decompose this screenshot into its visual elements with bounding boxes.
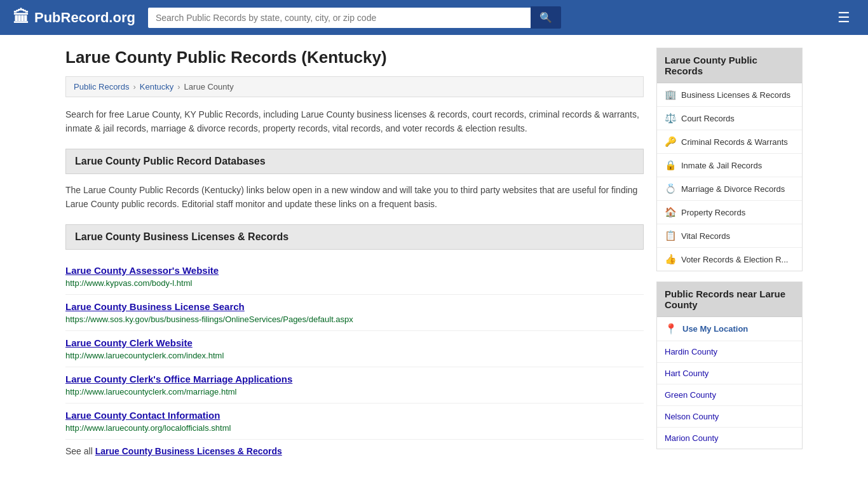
use-location-item[interactable]: 📍 Use My Location bbox=[657, 317, 802, 341]
property-icon: 🏠 bbox=[665, 207, 676, 218]
databases-description: The Larue County Public Records (Kentuck… bbox=[65, 183, 644, 212]
nearby-section-title: Public Records near Larue County bbox=[657, 282, 802, 317]
logo[interactable]: 🏛 PubRecord.org bbox=[13, 8, 135, 27]
sidebar-item-marriage-label: Marriage & Divorce Records bbox=[681, 184, 785, 194]
see-all-line: See all Larue County Business Licenses &… bbox=[65, 440, 644, 463]
logo-text: PubRecord.org bbox=[34, 10, 135, 26]
search-input[interactable] bbox=[148, 8, 531, 28]
business-icon: 🏢 bbox=[665, 89, 676, 100]
court-icon: ⚖️ bbox=[665, 112, 676, 124]
sidebar-item-property[interactable]: 🏠 Property Records bbox=[657, 201, 802, 224]
nearby-hardin[interactable]: Hardin County bbox=[657, 341, 802, 363]
link-title-4[interactable]: Larue County Clerk's Office Marriage App… bbox=[65, 374, 644, 384]
search-button[interactable]: 🔍 bbox=[531, 6, 561, 29]
link-title-5[interactable]: Larue County Contact Information bbox=[65, 410, 644, 421]
sidebar-item-business[interactable]: 🏢 Business Licenses & Records bbox=[657, 83, 802, 107]
use-location-label: Use My Location bbox=[682, 324, 748, 334]
sidebar-item-vital[interactable]: 📋 Vital Records bbox=[657, 224, 802, 248]
header: 🏛 PubRecord.org 🔍 ☰ bbox=[0, 0, 868, 35]
breadcrumb: Public Records › Kentucky › Larue County bbox=[65, 76, 644, 97]
link-url-5[interactable]: http://www.laruecounty.org/localofficial… bbox=[65, 423, 231, 433]
link-entry-1: Larue County Assessor's Website http://w… bbox=[65, 259, 644, 295]
vital-icon: 📋 bbox=[665, 230, 676, 241]
menu-icon: ☰ bbox=[837, 10, 850, 25]
sidebar-item-vital-label: Vital Records bbox=[681, 231, 730, 241]
databases-section-header: Larue County Public Record Databases bbox=[65, 149, 644, 174]
sidebar-item-criminal[interactable]: 🔑 Criminal Records & Warrants bbox=[657, 130, 802, 154]
nearby-section: Public Records near Larue County 📍 Use M… bbox=[656, 281, 803, 449]
sidebar-item-court[interactable]: ⚖️ Court Records bbox=[657, 107, 802, 130]
sidebar-item-inmate[interactable]: 🔒 Inmate & Jail Records bbox=[657, 154, 802, 177]
sidebar-item-property-label: Property Records bbox=[681, 208, 745, 217]
link-url-2[interactable]: https://www.sos.ky.gov/bus/business-fili… bbox=[65, 315, 353, 324]
nearby-nelson[interactable]: Nelson County bbox=[657, 406, 802, 428]
link-entry-5: Larue County Contact Information http://… bbox=[65, 403, 644, 440]
business-section-header: Larue County Business Licenses & Records bbox=[65, 224, 644, 250]
link-title-3[interactable]: Larue County Clerk Website bbox=[65, 337, 644, 348]
breadcrumb-public-records[interactable]: Public Records bbox=[74, 82, 129, 92]
hardin-link[interactable]: Hardin County bbox=[665, 347, 717, 356]
marion-link[interactable]: Marion County bbox=[665, 433, 719, 443]
main-column: Larue County Public Records (Kentucky) P… bbox=[65, 48, 644, 463]
link-title-1[interactable]: Larue County Assessor's Website bbox=[65, 265, 644, 276]
green-link[interactable]: Green County bbox=[665, 390, 716, 400]
nearby-hart[interactable]: Hart County bbox=[657, 363, 802, 384]
sidebar-nav: Larue County Public Records 🏢 Business L… bbox=[656, 48, 803, 271]
breadcrumb-kentucky[interactable]: Kentucky bbox=[140, 82, 173, 92]
inmate-icon: 🔒 bbox=[665, 159, 676, 171]
link-title-2[interactable]: Larue County Business License Search bbox=[65, 301, 644, 312]
sidebar-item-voter[interactable]: 👍 Voter Records & Election R... bbox=[657, 248, 802, 271]
breadcrumb-sep-2: › bbox=[177, 82, 180, 92]
menu-button[interactable]: ☰ bbox=[832, 7, 855, 29]
sidebar-item-inmate-label: Inmate & Jail Records bbox=[681, 161, 762, 170]
link-url-3[interactable]: http://www.laruecountyclerk.com/index.ht… bbox=[65, 351, 224, 360]
nelson-link[interactable]: Nelson County bbox=[665, 412, 719, 421]
sidebar-item-criminal-label: Criminal Records & Warrants bbox=[681, 137, 788, 147]
sidebar-item-business-label: Business Licenses & Records bbox=[681, 90, 790, 100]
hart-link[interactable]: Hart County bbox=[665, 369, 709, 378]
link-entry-2: Larue County Business License Search htt… bbox=[65, 295, 644, 331]
sidebar-item-marriage[interactable]: 💍 Marriage & Divorce Records bbox=[657, 177, 802, 201]
page-description: Search for free Larue County, KY Public … bbox=[65, 107, 644, 136]
link-entry-4: Larue County Clerk's Office Marriage App… bbox=[65, 367, 644, 403]
sidebar: Larue County Public Records 🏢 Business L… bbox=[656, 48, 803, 463]
voter-icon: 👍 bbox=[665, 254, 676, 265]
link-url-4[interactable]: http://www.laruecountyclerk.com/marriage… bbox=[65, 387, 236, 396]
sidebar-item-voter-label: Voter Records & Election R... bbox=[681, 255, 788, 264]
content-wrapper: Larue County Public Records (Kentucky) P… bbox=[53, 35, 815, 475]
nearby-green[interactable]: Green County bbox=[657, 384, 802, 406]
search-icon: 🔍 bbox=[539, 12, 552, 23]
page-title: Larue County Public Records (Kentucky) bbox=[65, 48, 644, 67]
sidebar-public-records-title: Larue County Public Records bbox=[657, 48, 802, 83]
sidebar-item-court-label: Court Records bbox=[681, 114, 735, 123]
marriage-icon: 💍 bbox=[665, 183, 676, 194]
link-url-1[interactable]: http://www.kypvas.com/body-l.html bbox=[65, 278, 192, 288]
breadcrumb-sep-1: › bbox=[133, 82, 135, 92]
location-icon: 📍 bbox=[665, 323, 677, 335]
search-container: 🔍 bbox=[148, 6, 561, 29]
criminal-icon: 🔑 bbox=[665, 136, 676, 147]
see-all-link[interactable]: Larue County Business Licenses & Records bbox=[95, 446, 282, 456]
nearby-marion[interactable]: Marion County bbox=[657, 428, 802, 449]
logo-icon: 🏛 bbox=[13, 8, 29, 27]
link-entry-3: Larue County Clerk Website http://www.la… bbox=[65, 331, 644, 367]
breadcrumb-current: Larue County bbox=[184, 82, 234, 92]
see-all-text: See all bbox=[65, 446, 93, 456]
